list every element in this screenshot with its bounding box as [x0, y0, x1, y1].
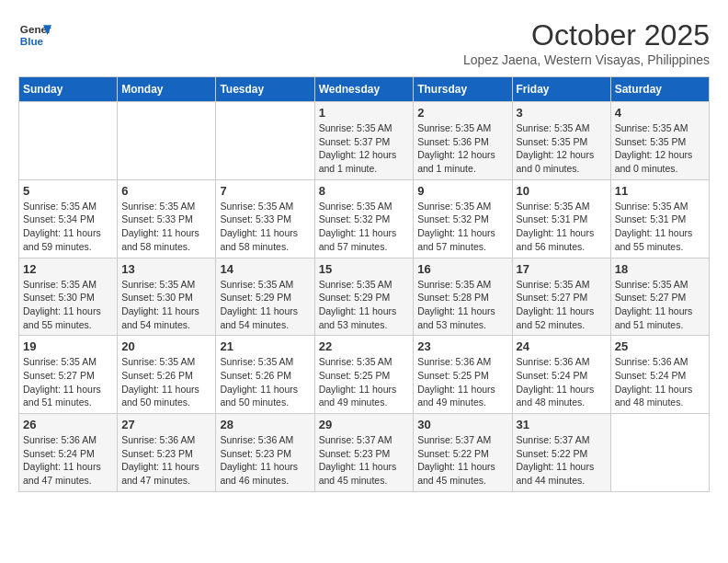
day-number: 23: [417, 339, 507, 353]
calendar-cell: 21Sunrise: 5:35 AMSunset: 5:26 PMDayligh…: [216, 336, 314, 414]
cell-info: Sunrise: 5:35 AMSunset: 5:32 PMDaylight:…: [417, 200, 507, 254]
logo: General Blue: [18, 18, 51, 52]
calendar-table: SundayMondayTuesdayWednesdayThursdayFrid…: [18, 76, 710, 492]
weekday-header-monday: Monday: [118, 77, 216, 102]
calendar-cell: [19, 102, 118, 180]
day-number: 28: [220, 418, 310, 431]
weekday-header-wednesday: Wednesday: [314, 77, 414, 102]
day-number: 25: [615, 339, 705, 353]
day-number: 20: [121, 339, 211, 353]
day-number: 21: [220, 339, 310, 353]
calendar-cell: 12Sunrise: 5:35 AMSunset: 5:30 PMDayligh…: [19, 258, 118, 336]
calendar-cell: 14Sunrise: 5:35 AMSunset: 5:29 PMDayligh…: [216, 258, 314, 336]
day-number: 29: [319, 418, 410, 431]
cell-info: Sunrise: 5:36 AMSunset: 5:24 PMDaylight:…: [517, 355, 607, 409]
day-number: 11: [615, 184, 705, 198]
calendar-cell: 25Sunrise: 5:36 AMSunset: 5:24 PMDayligh…: [610, 336, 709, 414]
calendar-cell: [118, 102, 216, 180]
calendar-cell: 20Sunrise: 5:35 AMSunset: 5:26 PMDayligh…: [118, 336, 216, 414]
cell-info: Sunrise: 5:35 AMSunset: 5:29 PMDaylight:…: [220, 278, 310, 332]
day-number: 13: [121, 262, 211, 276]
calendar-cell: 8Sunrise: 5:35 AMSunset: 5:32 PMDaylight…: [314, 179, 414, 258]
cell-info: Sunrise: 5:35 AMSunset: 5:31 PMDaylight:…: [615, 200, 705, 254]
calendar-cell: 27Sunrise: 5:36 AMSunset: 5:23 PMDayligh…: [118, 414, 216, 492]
cell-info: Sunrise: 5:35 AMSunset: 5:30 PMDaylight:…: [121, 278, 211, 332]
calendar-cell: 16Sunrise: 5:35 AMSunset: 5:28 PMDayligh…: [414, 258, 512, 336]
cell-info: Sunrise: 5:35 AMSunset: 5:26 PMDaylight:…: [121, 355, 211, 409]
weekday-header-friday: Friday: [512, 77, 610, 102]
calendar-cell: 7Sunrise: 5:35 AMSunset: 5:33 PMDaylight…: [216, 179, 314, 258]
day-number: 1: [319, 106, 410, 120]
calendar-cell: 15Sunrise: 5:35 AMSunset: 5:29 PMDayligh…: [314, 258, 414, 336]
calendar-cell: 28Sunrise: 5:36 AMSunset: 5:23 PMDayligh…: [216, 414, 314, 492]
calendar-cell: [216, 102, 314, 180]
cell-info: Sunrise: 5:35 AMSunset: 5:28 PMDaylight:…: [417, 278, 507, 332]
weekday-header-tuesday: Tuesday: [216, 77, 314, 102]
calendar-cell: 13Sunrise: 5:35 AMSunset: 5:30 PMDayligh…: [118, 258, 216, 336]
day-number: 8: [319, 184, 410, 198]
cell-info: Sunrise: 5:35 AMSunset: 5:31 PMDaylight:…: [517, 200, 607, 254]
svg-text:Blue: Blue: [20, 35, 44, 47]
logo-icon: General Blue: [18, 18, 51, 52]
calendar-cell: 30Sunrise: 5:37 AMSunset: 5:22 PMDayligh…: [414, 414, 512, 492]
calendar-cell: 19Sunrise: 5:35 AMSunset: 5:27 PMDayligh…: [19, 336, 118, 414]
day-number: 31: [517, 418, 607, 431]
day-number: 15: [319, 262, 410, 276]
calendar-cell: 26Sunrise: 5:36 AMSunset: 5:24 PMDayligh…: [19, 414, 118, 492]
cell-info: Sunrise: 5:36 AMSunset: 5:24 PMDaylight:…: [23, 433, 113, 488]
day-number: 17: [517, 262, 607, 276]
day-number: 6: [121, 184, 211, 198]
calendar-cell: 3Sunrise: 5:35 AMSunset: 5:35 PMDaylight…: [512, 102, 610, 180]
cell-info: Sunrise: 5:35 AMSunset: 5:27 PMDaylight:…: [517, 278, 607, 332]
day-number: 14: [220, 262, 310, 276]
day-number: 2: [417, 106, 507, 120]
calendar-cell: 31Sunrise: 5:37 AMSunset: 5:22 PMDayligh…: [512, 414, 610, 492]
calendar-cell: 4Sunrise: 5:35 AMSunset: 5:35 PMDaylight…: [610, 102, 709, 180]
day-number: 12: [23, 262, 113, 276]
day-number: 7: [220, 184, 310, 198]
day-number: 19: [23, 339, 113, 353]
day-number: 18: [615, 262, 705, 276]
cell-info: Sunrise: 5:36 AMSunset: 5:23 PMDaylight:…: [121, 433, 211, 488]
cell-info: Sunrise: 5:35 AMSunset: 5:30 PMDaylight:…: [23, 278, 113, 332]
cell-info: Sunrise: 5:35 AMSunset: 5:27 PMDaylight:…: [23, 355, 113, 409]
calendar-cell: [610, 414, 709, 492]
day-number: 3: [517, 106, 607, 120]
calendar-cell: 2Sunrise: 5:35 AMSunset: 5:36 PMDaylight…: [414, 102, 512, 180]
cell-info: Sunrise: 5:35 AMSunset: 5:33 PMDaylight:…: [220, 200, 310, 254]
cell-info: Sunrise: 5:35 AMSunset: 5:25 PMDaylight:…: [319, 355, 410, 409]
cell-info: Sunrise: 5:36 AMSunset: 5:23 PMDaylight:…: [220, 433, 310, 488]
cell-info: Sunrise: 5:35 AMSunset: 5:33 PMDaylight:…: [121, 200, 211, 254]
location-subtitle: Lopez Jaena, Western Visayas, Philippine…: [463, 52, 710, 67]
day-number: 5: [23, 184, 113, 198]
day-number: 26: [23, 418, 113, 431]
cell-info: Sunrise: 5:35 AMSunset: 5:36 PMDaylight:…: [417, 121, 507, 176]
day-number: 22: [319, 339, 410, 353]
cell-info: Sunrise: 5:37 AMSunset: 5:22 PMDaylight:…: [517, 433, 607, 488]
day-number: 4: [615, 106, 705, 120]
day-number: 27: [121, 418, 211, 431]
day-number: 10: [517, 184, 607, 198]
cell-info: Sunrise: 5:35 AMSunset: 5:35 PMDaylight:…: [615, 121, 705, 176]
calendar-cell: 6Sunrise: 5:35 AMSunset: 5:33 PMDaylight…: [118, 179, 216, 258]
header: General Blue October 2025 Lopez Jaena, W…: [18, 18, 710, 67]
calendar-cell: 23Sunrise: 5:36 AMSunset: 5:25 PMDayligh…: [414, 336, 512, 414]
calendar-cell: 29Sunrise: 5:37 AMSunset: 5:23 PMDayligh…: [314, 414, 414, 492]
calendar-cell: 5Sunrise: 5:35 AMSunset: 5:34 PMDaylight…: [19, 179, 118, 258]
calendar-cell: 24Sunrise: 5:36 AMSunset: 5:24 PMDayligh…: [512, 336, 610, 414]
calendar-cell: 18Sunrise: 5:35 AMSunset: 5:27 PMDayligh…: [610, 258, 709, 336]
weekday-header-saturday: Saturday: [610, 77, 709, 102]
day-number: 30: [417, 418, 507, 431]
weekday-header-sunday: Sunday: [19, 77, 118, 102]
cell-info: Sunrise: 5:37 AMSunset: 5:23 PMDaylight:…: [319, 433, 410, 488]
calendar-cell: 10Sunrise: 5:35 AMSunset: 5:31 PMDayligh…: [512, 179, 610, 258]
cell-info: Sunrise: 5:35 AMSunset: 5:32 PMDaylight:…: [319, 200, 410, 254]
weekday-header-thursday: Thursday: [414, 77, 512, 102]
cell-info: Sunrise: 5:35 AMSunset: 5:27 PMDaylight:…: [615, 278, 705, 332]
calendar-cell: 11Sunrise: 5:35 AMSunset: 5:31 PMDayligh…: [610, 179, 709, 258]
title-area: October 2025 Lopez Jaena, Western Visaya…: [463, 18, 710, 67]
cell-info: Sunrise: 5:35 AMSunset: 5:34 PMDaylight:…: [23, 200, 113, 254]
cell-info: Sunrise: 5:35 AMSunset: 5:37 PMDaylight:…: [319, 121, 410, 176]
cell-info: Sunrise: 5:36 AMSunset: 5:24 PMDaylight:…: [615, 355, 705, 409]
day-number: 16: [417, 262, 507, 276]
